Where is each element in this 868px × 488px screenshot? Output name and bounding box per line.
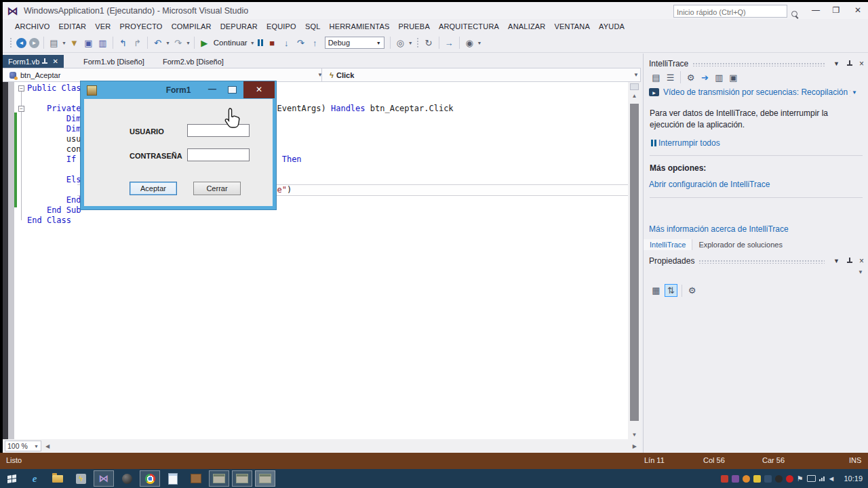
running-app-window-2[interactable] [232, 470, 252, 487]
save-icon[interactable]: ▣ [83, 37, 94, 49]
open-log-window-icon[interactable]: ▥ [713, 72, 725, 83]
panel-menu-icon[interactable]: ▼ [833, 60, 840, 67]
search-icon[interactable] [791, 7, 797, 20]
volume-speaker-icon[interactable]: ◄ [828, 474, 835, 483]
media-app-icon[interactable]: ϟ [71, 470, 91, 487]
save-log-icon[interactable]: ▣ [728, 72, 739, 83]
menu-item-proyecto[interactable]: PROYECTO [119, 22, 162, 30]
minimize-button[interactable]: — [807, 5, 825, 15]
close-panel-icon[interactable]: × [859, 256, 864, 266]
cerrar-button[interactable]: Cerrar [193, 182, 241, 195]
close-tab-icon[interactable]: ✕ [52, 58, 58, 65]
pin-icon[interactable] [844, 258, 854, 265]
menu-item-compilar[interactable]: COMPILAR [172, 22, 212, 30]
messenger-tray-icon[interactable] [753, 475, 761, 483]
alphabetical-icon[interactable]: ⇅ [665, 284, 677, 297]
video-dropdown-icon[interactable]: ▼ [852, 89, 857, 96]
dialog-close-button[interactable]: ✕ [243, 81, 275, 98]
warning-tray-icon[interactable] [786, 475, 793, 483]
continue-play-icon[interactable]: ▶ [199, 37, 210, 49]
dropdown-arrow-icon[interactable]: ▼ [477, 41, 482, 45]
step-over-icon[interactable]: ↷ [295, 37, 307, 49]
breakpoint-gutter[interactable] [3, 82, 8, 439]
splitter-grip[interactable] [630, 83, 639, 90]
adobe-tray-icon[interactable] [721, 475, 728, 483]
update-tray-icon[interactable] [743, 475, 750, 483]
breakpoints-window-icon[interactable]: ◉ [464, 37, 475, 49]
event-dropdown-arrow-icon[interactable]: ▼ [633, 72, 639, 78]
display-monitor-icon[interactable] [807, 475, 816, 482]
notepad-icon[interactable] [163, 470, 183, 487]
member-dropdown[interactable]: btn_Aceptar [20, 71, 60, 79]
dialog-title-bar[interactable]: Form1 — ✕ [81, 81, 276, 99]
menu-item-herramientas[interactable]: HERRAMIENTAS [330, 22, 390, 30]
property-pages-icon[interactable]: ⚙ [686, 285, 698, 296]
running-app-window-3[interactable] [255, 470, 275, 487]
new-file-icon[interactable]: ▤ [48, 37, 60, 49]
menu-item-sql[interactable]: SQL [305, 22, 321, 30]
menu-item-ayuda[interactable]: AYUDA [599, 22, 625, 30]
dropdown-arrow-icon[interactable]: ▼ [62, 41, 66, 45]
menu-item-depurar[interactable]: DEPURAR [220, 22, 258, 30]
vertical-scrollbar[interactable]: ▲ ▼ [628, 82, 641, 439]
doc-tab-form2-vb-dise-o-[interactable]: Form2.vb [Diseño] [157, 55, 229, 68]
go-to-event-icon[interactable]: ➔ [699, 72, 711, 83]
fold-collapse-box[interactable]: − [18, 85, 24, 92]
scrollbar-thumb[interactable] [630, 104, 639, 421]
dropdown-arrow-icon[interactable]: ▼ [250, 41, 255, 45]
close-button[interactable]: ✕ [849, 5, 867, 15]
navigate-forward-icon[interactable]: ► [29, 38, 39, 48]
save-all-icon[interactable]: ▥ [97, 37, 108, 49]
stop-debug-icon[interactable]: ■ [267, 37, 278, 49]
menu-item-arquitectura[interactable]: ARQUITECTURA [439, 22, 499, 30]
restore-button[interactable]: ❐ [827, 5, 845, 15]
step-out-icon[interactable]: ↑ [309, 37, 321, 49]
menu-item-ventana[interactable]: VENTANA [555, 22, 591, 30]
dialog-maximize-button[interactable] [228, 86, 237, 94]
dialog-minimize-button[interactable]: — [208, 84, 216, 94]
app-tray-icon[interactable] [764, 475, 772, 483]
action-center-flag-icon[interactable]: ⚑ [797, 474, 804, 483]
break-all-link[interactable]: Interrumpir todos [649, 138, 720, 148]
video-link-row[interactable]: ▶ Vídeo de transmisión por secuencias: R… [649, 87, 857, 97]
refresh-icon[interactable]: ↻ [423, 37, 435, 49]
redo-icon[interactable]: ↷ [172, 37, 184, 49]
panel-tab-intellitrace[interactable]: IntelliTrace [644, 239, 692, 250]
menu-item-archivo[interactable]: ARCHIVO [15, 22, 50, 30]
quick-launch-box[interactable] [673, 5, 787, 18]
panel-menu-icon[interactable]: ▼ [833, 258, 840, 264]
package-app-icon[interactable] [186, 470, 206, 487]
menu-item-editar[interactable]: EDITAR [59, 22, 87, 30]
navigate-back-edit-icon[interactable]: ↰ [117, 37, 129, 49]
scroll-up-icon[interactable]: ▲ [628, 93, 641, 99]
menu-item-equipo[interactable]: EQUIPO [267, 22, 296, 30]
visual-studio-icon[interactable]: ⋈ [94, 470, 114, 487]
categorized-icon[interactable]: ▦ [650, 285, 662, 296]
pin-icon[interactable] [844, 60, 854, 68]
running-app-window-1[interactable] [209, 470, 229, 487]
find-in-files-icon[interactable]: ◎ [395, 37, 406, 49]
pin-tab-icon[interactable] [42, 58, 47, 64]
break-all-icon[interactable] [258, 39, 263, 46]
dropdown-arrow-icon[interactable]: ▼ [165, 41, 170, 45]
settings-gear-icon[interactable]: ⚙ [685, 72, 696, 83]
properties-object-select[interactable]: ▼ [649, 269, 863, 280]
network-signal-icon[interactable] [819, 476, 825, 481]
visual-studio-tray-icon[interactable] [732, 475, 739, 483]
internet-explorer-icon[interactable]: e [24, 470, 45, 487]
code-line-14[interactable]: End Class [27, 216, 454, 226]
sphere-app-icon[interactable] [117, 470, 137, 487]
navigate-backward-icon[interactable]: ◄ [16, 38, 26, 48]
password-input[interactable] [187, 148, 250, 161]
navigate-to-icon[interactable]: → [443, 37, 455, 49]
debug-config-select[interactable]: Debug▼ [325, 37, 384, 49]
menu-item-ver[interactable]: VER [95, 22, 111, 30]
dropdown-arrow-icon[interactable]: ▼ [186, 41, 191, 45]
learn-more-link[interactable]: Más información acerca de IntelliTrace [649, 224, 789, 234]
scroll-down-icon[interactable]: ▼ [628, 432, 641, 438]
menu-item-analizar[interactable]: ANALIZAR [508, 22, 545, 30]
event-dropdown[interactable]: Click [336, 71, 354, 79]
quick-launch-input[interactable] [674, 7, 787, 18]
file-explorer-icon[interactable] [47, 470, 68, 487]
fold-collapse-box[interactable]: − [18, 106, 24, 112]
